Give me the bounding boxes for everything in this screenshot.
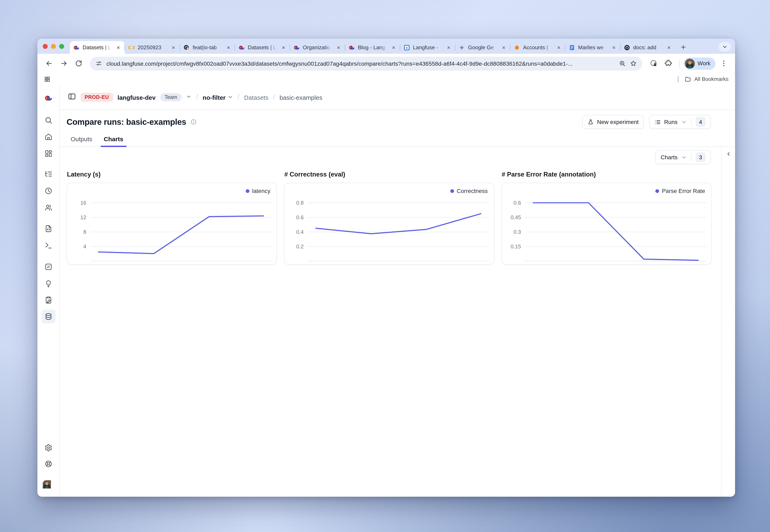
tab-favicon-colab-icon <box>128 44 135 51</box>
browser-profile-chip[interactable]: Work <box>684 57 715 70</box>
address-bar[interactable]: cloud.langfuse.com/project/cmfwgv8fx002o… <box>90 56 642 70</box>
new-tab-button[interactable] <box>678 42 689 53</box>
sidebar-item-evaluators[interactable] <box>41 260 55 274</box>
svg-text:0.4: 0.4 <box>296 229 304 235</box>
chart-card: Correctness0.20.40.60.8 <box>284 183 494 265</box>
browser-tab[interactable]: Accounts | <box>510 41 565 54</box>
charts-dropdown-button[interactable]: Charts 3 <box>655 150 711 164</box>
tab-close-icon[interactable] <box>500 44 507 51</box>
browser-tab[interactable]: Datasets | L <box>235 41 290 54</box>
password-manager-icon[interactable] <box>647 57 660 70</box>
tab-close-icon[interactable] <box>280 44 287 51</box>
puzzle-icon <box>664 60 672 67</box>
page-info-icon[interactable] <box>190 119 197 125</box>
svg-text:0.15: 0.15 <box>510 243 521 250</box>
langfuse-app: PROD-EU langfuse-dev Team / no-filter / … <box>37 85 735 497</box>
sidebar-item-annotation[interactable] <box>41 293 55 307</box>
sidebar-item-playground[interactable] <box>41 238 55 252</box>
browser-menu-button[interactable] <box>717 57 730 70</box>
breadcrumb-datasets-link[interactable]: Datasets <box>244 94 268 101</box>
tab-list-button[interactable] <box>719 42 731 52</box>
bookmark-star-icon[interactable] <box>630 60 637 67</box>
sidebar-item-insights[interactable] <box>41 277 55 291</box>
info-icon <box>190 119 197 125</box>
chart-card: Parse Error Rate0.150.30.450.6 <box>501 183 712 265</box>
tab-close-icon[interactable] <box>115 44 122 51</box>
browser-tab[interactable]: Datasets | L <box>70 41 125 54</box>
breadcrumb-separator: / <box>273 93 275 101</box>
tab-close-icon[interactable] <box>445 44 452 51</box>
forward-button[interactable] <box>57 57 70 70</box>
charts-grid: Latency (s)latency481216# Correctness (e… <box>60 164 735 265</box>
org-switcher-chevron[interactable] <box>186 94 191 101</box>
sidebar-item-home[interactable] <box>41 130 55 144</box>
tab-title: docs: add <box>633 44 663 50</box>
project-switcher[interactable]: no-filter <box>203 94 233 101</box>
avatar-photo <box>42 480 54 492</box>
all-bookmarks-button[interactable]: All Bookmarks <box>685 76 729 82</box>
browser-tab[interactable]: Marlies we <box>565 41 621 54</box>
tab-close-icon[interactable] <box>170 44 177 51</box>
tab-favicon-docs-blue-icon <box>569 44 575 51</box>
legend-label: Correctness <box>457 188 488 194</box>
reload-button[interactable] <box>72 57 85 70</box>
page-title: Compare runs: basic-examples <box>67 117 186 127</box>
sidebar-item-dashboard[interactable] <box>41 147 55 161</box>
new-experiment-label: New experiment <box>597 119 639 125</box>
tab-close-icon[interactable] <box>666 44 672 51</box>
charts-content: Charts 3 Latency (s)latency481216# Corre… <box>60 144 735 497</box>
tab-favicon-langfuse-icon <box>238 44 245 51</box>
user-avatar[interactable] <box>41 479 55 493</box>
browser-tab[interactable]: docs: add <box>621 41 676 54</box>
sessions-icon <box>44 187 52 195</box>
browser-tab[interactable]: Organizatio <box>290 41 345 54</box>
chart-card: latency481216 <box>67 183 277 265</box>
browser-tab[interactable]: 20250923 <box>125 41 180 54</box>
reload-icon <box>75 60 82 67</box>
sidebar-item-prompts[interactable] <box>41 222 55 236</box>
zoom-window-button[interactable] <box>59 44 64 49</box>
extensions-button[interactable] <box>662 57 675 70</box>
browser-tab[interactable]: feat(io-tab <box>180 41 235 54</box>
tab-title: Google Ge <box>468 44 497 50</box>
all-bookmarks-label: All Bookmarks <box>694 76 729 82</box>
collapse-panel-button[interactable] <box>724 149 733 158</box>
sidebar-item-support[interactable] <box>41 457 55 471</box>
url-text: cloud.langfuse.com/project/cmfwgv8fx002o… <box>106 60 615 67</box>
organization-name[interactable]: langfuse-dev <box>117 94 155 101</box>
tab-close-icon[interactable] <box>335 44 342 51</box>
tab-close-icon[interactable] <box>611 44 617 51</box>
sidebar-item-datasets[interactable] <box>41 310 55 323</box>
zoom-in-icon[interactable] <box>619 60 626 67</box>
tab-close-icon[interactable] <box>225 44 232 51</box>
sidebar-toggle-button[interactable] <box>68 92 76 102</box>
sidebar-item-sessions[interactable] <box>41 184 55 198</box>
site-settings-icon[interactable] <box>95 60 102 67</box>
desktop-background: Datasets | L20250923feat(io-tabDatasets … <box>0 0 770 532</box>
minimize-window-button[interactable] <box>51 44 56 49</box>
back-button[interactable] <box>42 57 55 70</box>
sidebar-item-settings[interactable] <box>41 441 55 455</box>
arrow-left-icon <box>45 60 53 67</box>
langfuse-logo[interactable] <box>44 94 52 102</box>
svg-text:12: 12 <box>80 214 86 220</box>
sidebar-item-users[interactable] <box>41 201 55 215</box>
browser-tab[interactable]: Google Ge <box>455 41 510 54</box>
runs-label: Runs <box>664 119 678 125</box>
sidebar-item-search[interactable] <box>41 113 55 127</box>
legend-label: Parse Error Rate <box>662 188 705 194</box>
apps-grid-icon[interactable] <box>44 76 50 82</box>
browser-tab[interactable]: Blog - Lang <box>345 41 400 54</box>
sidebar-item-tracing[interactable] <box>41 167 55 181</box>
svg-text:0.6: 0.6 <box>513 200 521 206</box>
close-window-button[interactable] <box>43 44 48 49</box>
runs-dropdown-button[interactable]: Runs 4 <box>650 115 711 129</box>
tab-close-icon[interactable] <box>555 44 562 51</box>
browser-tab[interactable]: 6Langfuse - <box>400 41 455 54</box>
chevron-down-icon <box>722 44 727 49</box>
button-divider <box>691 118 692 126</box>
breadcrumb-separator: / <box>196 93 198 101</box>
window-controls <box>37 39 70 54</box>
tab-close-icon[interactable] <box>390 44 397 51</box>
new-experiment-button[interactable]: New experiment <box>582 115 644 129</box>
